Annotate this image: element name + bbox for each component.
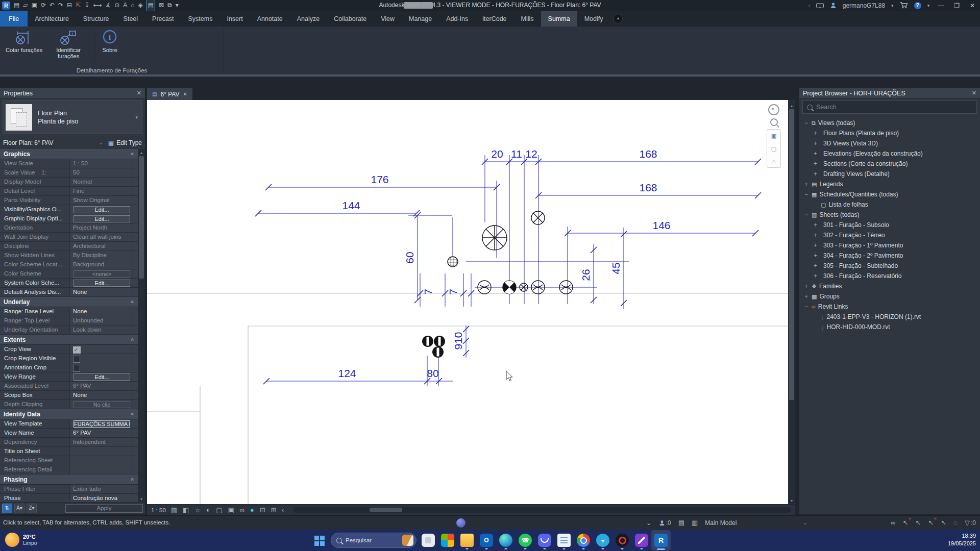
design-option-dropdown[interactable]: Main Model ⌄	[705, 519, 807, 527]
sun-path-icon[interactable]: ☼	[194, 505, 201, 515]
property-row[interactable]: View Template FURAÇÕES SUMMA R01	[0, 419, 138, 429]
property-row[interactable]: Color Scheme Locat... Background	[0, 260, 138, 269]
select-links-icon[interactable]: ∞	[891, 519, 895, 527]
ribbon-tab[interactable]: File	[0, 11, 28, 27]
whatsapp-icon[interactable]	[516, 530, 535, 550]
property-value[interactable]	[69, 363, 133, 372]
select-underlay-icon[interactable]: ↖	[916, 519, 921, 527]
tree-item[interactable]: ↓ 2403-1-EPP-V3 - HORIZON (1).rvt	[799, 312, 980, 322]
property-value[interactable]: By Discipline	[69, 251, 133, 260]
ribbon-tab[interactable]: Manage	[402, 11, 439, 27]
property-value[interactable]: None	[69, 288, 133, 297]
property-value[interactable]: No clip	[69, 400, 133, 409]
tree-item[interactable]: + ▤ Legends	[799, 179, 980, 189]
section-header[interactable]: Underlay«	[0, 297, 138, 307]
tree-item[interactable]: + 302 - Furação - Térreo	[799, 230, 980, 240]
property-row[interactable]: Range: Base Level None	[0, 307, 138, 316]
property-row[interactable]: Scope Box None	[0, 391, 138, 400]
property-row[interactable]: Associated Level 6° PAV	[0, 382, 138, 391]
ribbon-tab[interactable]: Precast	[145, 11, 181, 27]
ribbon-tab[interactable]: Architecture	[28, 11, 76, 27]
section-header[interactable]: Identity Data«	[0, 409, 138, 419]
view-scale-control[interactable]: 1 : 50	[151, 507, 166, 513]
property-row[interactable]: Depth Clipping No clip	[0, 400, 138, 409]
expander-icon[interactable]: +	[813, 221, 818, 229]
filter-icon[interactable]: ▽	[965, 519, 970, 527]
search-icon[interactable]	[816, 3, 824, 8]
property-value[interactable]	[69, 465, 133, 474]
active-workset-icon[interactable]: ▥	[692, 519, 698, 527]
collapse-icon[interactable]: «	[130, 478, 136, 481]
type-selector[interactable]: Floor Plan Planta de piso ▾	[3, 101, 142, 134]
edge-icon[interactable]	[496, 530, 516, 550]
msn-icon[interactable]	[438, 530, 457, 550]
property-value[interactable]: 1 : 50	[69, 159, 133, 168]
sobre-button[interactable]: i Sobre	[97, 28, 122, 54]
close-properties-icon[interactable]: ✕	[137, 90, 141, 96]
tree-item[interactable]: − ▥ Sheets (todas)	[799, 210, 980, 220]
select-by-face-icon[interactable]: ↖	[941, 519, 946, 527]
property-value[interactable]: Clean all wall joins	[69, 233, 133, 242]
property-row[interactable]: View Scale 1 : 50	[0, 159, 138, 168]
ribbon-tab[interactable]: Analyze	[290, 11, 327, 27]
property-row[interactable]: Title on Sheet	[0, 447, 138, 456]
tree-item[interactable]: + 306 - Furação - Reservatório	[799, 271, 980, 281]
clock-date[interactable]: 19/05/2025	[948, 540, 976, 547]
property-row[interactable]: Parts Visibility Show Original	[0, 196, 138, 205]
search-highlight-thumbnail[interactable]	[402, 535, 413, 546]
start-button[interactable]	[309, 530, 329, 550]
view-tool-icon[interactable]: ▢	[771, 145, 776, 152]
tree-item[interactable]: + 304 - Furação - 2º Pavimento	[799, 251, 980, 261]
chrome-icon[interactable]	[574, 530, 593, 550]
tree-item[interactable]: + Sections (Corte da construção)	[799, 159, 980, 169]
view-tool-icon[interactable]: ▣	[771, 133, 776, 139]
steering-wheel-icon[interactable]	[768, 104, 779, 115]
edit-type-button[interactable]: Edit Type	[116, 139, 142, 146]
infocenter-collapse-icon[interactable]: ‹	[808, 3, 810, 8]
property-row[interactable]: Range: Top Level Unbounded	[0, 316, 138, 325]
worksharing-display-icon[interactable]: ⊡	[260, 505, 265, 515]
visual-studio-icon[interactable]	[632, 530, 651, 550]
visual-style-icon[interactable]: ◧	[183, 505, 189, 515]
property-row[interactable]: View Range Edit...	[0, 372, 138, 382]
property-row[interactable]: Annotation Crop	[0, 363, 138, 372]
tree-item[interactable]: + Elevations (Elevação da construção)	[799, 148, 980, 159]
property-value[interactable]: Construção nova	[69, 494, 133, 503]
checkbox[interactable]	[73, 365, 80, 372]
section-header[interactable]: Graphics«	[0, 149, 138, 159]
panel-title[interactable]: Detalhamento de Furações	[0, 67, 224, 73]
expander-icon[interactable]: +	[813, 252, 818, 259]
property-value[interactable]: Normal	[69, 178, 133, 187]
tree-item[interactable]: ▢ Lista de folhas	[799, 199, 980, 210]
expander-icon[interactable]: +	[813, 160, 818, 167]
vcb-expand-icon[interactable]: ‹	[282, 505, 284, 515]
property-value[interactable]: FURAÇÕES SUMMA R01	[69, 419, 133, 429]
tree-item[interactable]: + ▩ Groups	[799, 291, 980, 302]
ribbon-tab[interactable]: View	[374, 11, 402, 27]
expander-icon[interactable]: +	[813, 130, 818, 137]
minimize-button[interactable]: —	[936, 2, 946, 9]
property-value[interactable]	[69, 345, 133, 354]
property-row[interactable]: Default Analysis Dis... None	[0, 288, 138, 297]
property-row[interactable]: Color Scheme <none>	[0, 269, 138, 279]
ribbon-tab[interactable]: Systems	[181, 11, 219, 27]
ribbon-tab[interactable]: Annotate	[250, 11, 290, 27]
cotar-furacoes-button[interactable]: Cotar furações	[2, 28, 46, 54]
tree-item[interactable]: − ⧉ Views (todas)	[799, 118, 980, 128]
ribbon-display-toggle[interactable]: ▴	[613, 14, 623, 23]
collapse-icon[interactable]: «	[130, 338, 136, 341]
property-row[interactable]: System Color Sche... Edit...	[0, 279, 138, 288]
property-row[interactable]: Detail Level Fine	[0, 187, 138, 196]
section-header[interactable]: Phasing«	[0, 474, 138, 485]
property-value[interactable]: 6° PAV	[69, 382, 133, 391]
property-row[interactable]: View Name 6° PAV	[0, 429, 138, 438]
crop-view-icon[interactable]: ▢	[216, 505, 222, 515]
canvas-vertical-scrollbar[interactable]: ▴▾	[788, 100, 795, 504]
drag-elements-icon[interactable]: ↖	[903, 519, 909, 527]
ribbon-tab[interactable]: Structure	[76, 11, 116, 27]
type-dropdown-icon[interactable]: ▾	[135, 115, 138, 120]
expander-icon[interactable]: +	[813, 262, 818, 269]
property-row[interactable]: Dependency Independent	[0, 438, 138, 447]
property-value[interactable]: <none>	[69, 269, 133, 279]
property-value[interactable]: Unbounded	[69, 316, 133, 325]
